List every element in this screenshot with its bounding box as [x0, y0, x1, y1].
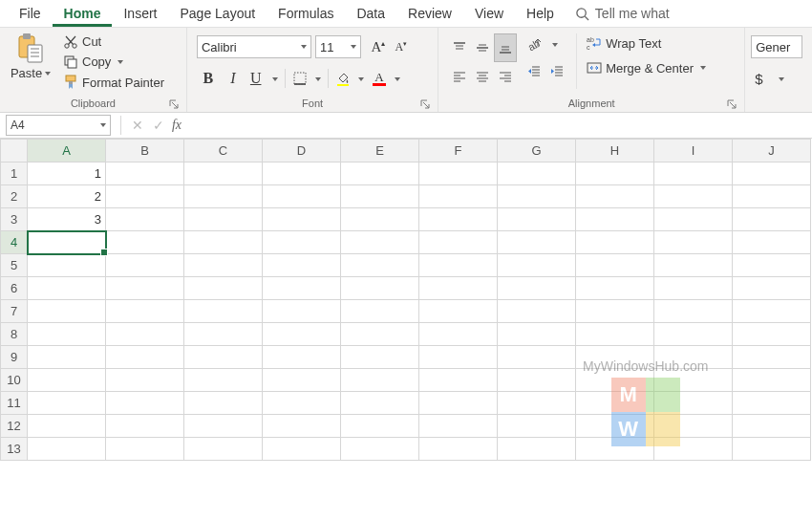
- cell-H7[interactable]: [576, 300, 654, 323]
- cell-C1[interactable]: [184, 162, 263, 185]
- cell-B9[interactable]: [106, 346, 184, 369]
- cell-F2[interactable]: [419, 185, 498, 208]
- cell-J1[interactable]: [733, 162, 811, 185]
- cell-F6[interactable]: [419, 277, 498, 300]
- column-header-D[interactable]: D: [263, 140, 341, 162]
- alignment-dialog-launcher[interactable]: [726, 98, 738, 111]
- cell-I8[interactable]: [654, 323, 733, 346]
- cell-J12[interactable]: [733, 415, 811, 438]
- cell-B3[interactable]: [106, 208, 184, 231]
- cell-E13[interactable]: [341, 438, 419, 461]
- cell-C3[interactable]: [184, 208, 263, 231]
- cell-D6[interactable]: [263, 277, 341, 300]
- cell-A12[interactable]: [28, 415, 106, 438]
- cell-A11[interactable]: [28, 392, 106, 415]
- borders-button[interactable]: [289, 68, 324, 89]
- cell-D7[interactable]: [263, 300, 341, 323]
- cell-A10[interactable]: [28, 369, 106, 392]
- cell-I4[interactable]: [654, 231, 733, 254]
- cell-C6[interactable]: [184, 277, 263, 300]
- column-header-B[interactable]: B: [106, 140, 184, 162]
- insert-function-button[interactable]: fx: [169, 115, 190, 136]
- cell-H8[interactable]: [576, 323, 654, 346]
- cell-A6[interactable]: [28, 277, 106, 300]
- increase-font-button[interactable]: A▴: [367, 36, 390, 57]
- cell-G4[interactable]: [498, 231, 576, 254]
- cell-J8[interactable]: [733, 323, 811, 346]
- cell-J5[interactable]: [733, 254, 811, 277]
- cell-A7[interactable]: [28, 300, 106, 323]
- cancel-formula-button[interactable]: ✕: [127, 115, 148, 136]
- cut-button[interactable]: Cut: [59, 32, 168, 52]
- cell-I6[interactable]: [654, 277, 733, 300]
- menu-tab-review[interactable]: Review: [396, 0, 463, 27]
- menu-tab-insert[interactable]: Insert: [112, 0, 168, 27]
- cell-F13[interactable]: [419, 438, 498, 461]
- column-header-A[interactable]: A: [28, 140, 106, 162]
- cell-D3[interactable]: [263, 208, 341, 231]
- font-size-select[interactable]: 11: [315, 35, 361, 58]
- formula-input[interactable]: [190, 116, 812, 135]
- cell-C11[interactable]: [184, 392, 263, 415]
- column-header-J[interactable]: J: [733, 140, 811, 162]
- cell-C13[interactable]: [184, 438, 263, 461]
- menu-tab-view[interactable]: View: [463, 0, 515, 27]
- italic-button[interactable]: I: [222, 68, 245, 89]
- cell-H4[interactable]: [576, 231, 654, 254]
- cell-I2[interactable]: [654, 185, 733, 208]
- menu-tab-help[interactable]: Help: [515, 0, 566, 27]
- cell-A5[interactable]: [28, 254, 106, 277]
- cell-B5[interactable]: [106, 254, 184, 277]
- row-header-10[interactable]: 10: [1, 369, 28, 392]
- tell-me-search[interactable]: Tell me what: [566, 0, 673, 27]
- row-header-6[interactable]: 6: [1, 277, 28, 300]
- cell-G11[interactable]: [498, 392, 576, 415]
- cell-D1[interactable]: [263, 162, 341, 185]
- menu-tab-page-layout[interactable]: Page Layout: [168, 0, 267, 27]
- cell-H3[interactable]: [576, 208, 654, 231]
- cell-C9[interactable]: [184, 346, 263, 369]
- fill-color-button[interactable]: [332, 68, 367, 89]
- cell-B10[interactable]: [106, 369, 184, 392]
- column-header-F[interactable]: F: [419, 140, 498, 162]
- cell-B4[interactable]: [106, 231, 184, 254]
- increase-indent-button[interactable]: [545, 60, 568, 81]
- cell-I10[interactable]: [654, 369, 733, 392]
- cell-C2[interactable]: [184, 185, 263, 208]
- column-header-G[interactable]: G: [498, 140, 576, 162]
- cell-A4[interactable]: [28, 231, 106, 254]
- cell-G3[interactable]: [498, 208, 576, 231]
- cell-D2[interactable]: [263, 185, 341, 208]
- cell-H2[interactable]: [576, 185, 654, 208]
- cell-B2[interactable]: [106, 185, 184, 208]
- cell-I3[interactable]: [654, 208, 733, 231]
- enter-formula-button[interactable]: ✓: [148, 115, 169, 136]
- align-left-button[interactable]: [448, 62, 471, 91]
- cell-J13[interactable]: [733, 438, 811, 461]
- cell-F4[interactable]: [419, 231, 498, 254]
- cell-F10[interactable]: [419, 369, 498, 392]
- cell-I1[interactable]: [654, 162, 733, 185]
- cell-A2[interactable]: 2: [28, 185, 106, 208]
- cell-I9[interactable]: [654, 346, 733, 369]
- cell-A1[interactable]: 1: [28, 162, 106, 185]
- cell-F11[interactable]: [419, 392, 498, 415]
- font-color-button[interactable]: A: [369, 68, 403, 89]
- cell-F8[interactable]: [419, 323, 498, 346]
- row-header-13[interactable]: 13: [1, 438, 28, 461]
- cell-B7[interactable]: [106, 300, 184, 323]
- column-header-C[interactable]: C: [184, 140, 263, 162]
- align-top-button[interactable]: [448, 33, 471, 62]
- cell-E8[interactable]: [341, 323, 419, 346]
- cell-H12[interactable]: [576, 415, 654, 438]
- cell-G13[interactable]: [498, 438, 576, 461]
- cell-G8[interactable]: [498, 323, 576, 346]
- cell-H9[interactable]: [576, 346, 654, 369]
- cell-I12[interactable]: [654, 415, 733, 438]
- select-all-corner[interactable]: [1, 140, 28, 162]
- row-header-7[interactable]: 7: [1, 300, 28, 323]
- merge-center-button[interactable]: Merge & Center: [583, 58, 710, 77]
- cell-C7[interactable]: [184, 300, 263, 323]
- underline-button[interactable]: U: [246, 68, 281, 89]
- cell-E3[interactable]: [341, 208, 419, 231]
